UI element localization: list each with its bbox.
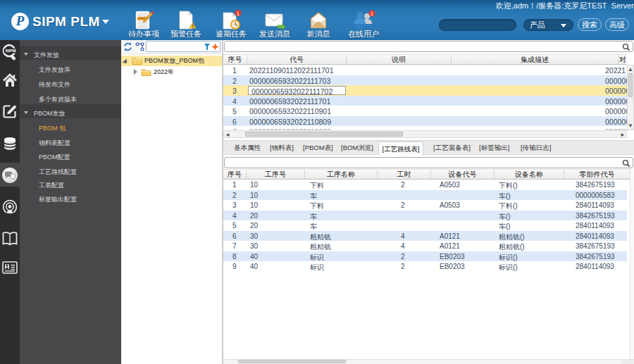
svg-text:SIPM: SIPM xyxy=(5,48,15,53)
svg-text:1: 1 xyxy=(371,11,374,17)
svg-text:1: 1 xyxy=(237,11,240,17)
